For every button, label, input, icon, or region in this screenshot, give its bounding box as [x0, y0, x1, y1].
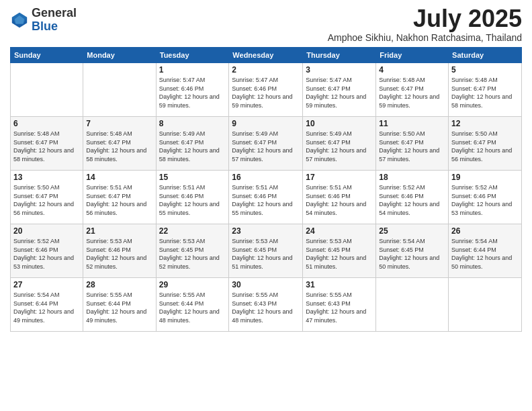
calendar-cell: 31Sunrise: 5:55 AMSunset: 6:43 PMDayligh… [303, 278, 376, 332]
week-row-5: 27Sunrise: 5:54 AMSunset: 6:44 PMDayligh… [11, 278, 522, 332]
day-number: 31 [306, 280, 373, 289]
day-number: 23 [232, 226, 300, 236]
calendar-cell: 30Sunrise: 5:55 AMSunset: 6:43 PMDayligh… [229, 278, 303, 332]
day-info: Sunrise: 5:52 AMSunset: 6:46 PMDaylight:… [451, 183, 519, 217]
day-info: Sunrise: 5:51 AMSunset: 6:46 PMDaylight:… [159, 183, 226, 217]
weekday-header-saturday: Saturday [449, 48, 522, 63]
day-number: 2 [232, 65, 300, 75]
weekday-header-wednesday: Wednesday [229, 48, 303, 63]
day-number: 19 [451, 173, 519, 182]
day-info: Sunrise: 5:55 AMSunset: 6:43 PMDaylight:… [306, 291, 373, 324]
calendar-cell: 11Sunrise: 5:50 AMSunset: 6:47 PMDayligh… [376, 117, 449, 171]
title-block: July 2025 Amphoe Sikhiu, Nakhon Ratchasi… [328, 7, 522, 43]
day-number: 30 [232, 280, 300, 289]
header: General Blue July 2025 Amphoe Sikhiu, Na… [10, 7, 522, 43]
calendar-cell: 5Sunrise: 5:48 AMSunset: 6:47 PMDaylight… [449, 63, 522, 117]
calendar-cell: 12Sunrise: 5:50 AMSunset: 6:47 PMDayligh… [449, 117, 522, 171]
calendar-cell: 19Sunrise: 5:52 AMSunset: 6:46 PMDayligh… [449, 171, 522, 224]
calendar-cell: 16Sunrise: 5:51 AMSunset: 6:46 PMDayligh… [229, 171, 303, 224]
calendar-cell: 22Sunrise: 5:53 AMSunset: 6:45 PMDayligh… [156, 224, 229, 278]
month-title: July 2025 [328, 7, 522, 31]
calendar-cell: 6Sunrise: 5:48 AMSunset: 6:47 PMDaylight… [11, 117, 83, 171]
day-info: Sunrise: 5:53 AMSunset: 6:45 PMDaylight:… [159, 237, 226, 271]
day-number: 16 [232, 173, 300, 182]
day-number: 6 [13, 119, 80, 128]
day-info: Sunrise: 5:55 AMSunset: 6:44 PMDaylight:… [159, 291, 226, 324]
calendar-cell: 13Sunrise: 5:50 AMSunset: 6:47 PMDayligh… [11, 171, 83, 224]
weekday-header-monday: Monday [83, 48, 156, 63]
day-number: 28 [86, 280, 152, 289]
week-row-2: 6Sunrise: 5:48 AMSunset: 6:47 PMDaylight… [11, 117, 522, 171]
calendar-cell: 15Sunrise: 5:51 AMSunset: 6:46 PMDayligh… [156, 171, 229, 224]
location-subtitle: Amphoe Sikhiu, Nakhon Ratchasima, Thaila… [328, 32, 522, 43]
day-number: 20 [13, 226, 80, 236]
weekday-header-thursday: Thursday [303, 48, 376, 63]
day-number: 10 [306, 119, 373, 128]
day-number: 8 [159, 119, 226, 128]
day-info: Sunrise: 5:54 AMSunset: 6:44 PMDaylight:… [451, 237, 519, 271]
calendar-cell: 28Sunrise: 5:55 AMSunset: 6:44 PMDayligh… [83, 278, 156, 332]
calendar-cell: 17Sunrise: 5:51 AMSunset: 6:46 PMDayligh… [303, 171, 376, 224]
calendar-cell: 7Sunrise: 5:48 AMSunset: 6:47 PMDaylight… [83, 117, 156, 171]
weekday-header-tuesday: Tuesday [156, 48, 229, 63]
day-number: 1 [159, 65, 226, 75]
week-row-3: 13Sunrise: 5:50 AMSunset: 6:47 PMDayligh… [11, 171, 522, 224]
day-number: 18 [379, 173, 445, 182]
logo-text: General Blue [32, 7, 77, 34]
calendar: SundayMondayTuesdayWednesdayThursdayFrid… [10, 47, 522, 332]
day-number: 7 [86, 119, 152, 128]
day-number: 22 [159, 226, 226, 236]
day-number: 29 [159, 280, 226, 289]
calendar-cell: 9Sunrise: 5:49 AMSunset: 6:47 PMDaylight… [229, 117, 303, 171]
day-number: 9 [232, 119, 300, 128]
weekday-header-friday: Friday [376, 48, 449, 63]
day-number: 26 [451, 226, 519, 236]
day-info: Sunrise: 5:49 AMSunset: 6:47 PMDaylight:… [232, 130, 300, 163]
day-number: 5 [451, 65, 519, 75]
calendar-cell: 2Sunrise: 5:47 AMSunset: 6:46 PMDaylight… [229, 63, 303, 117]
page: General Blue July 2025 Amphoe Sikhiu, Na… [0, 0, 532, 411]
day-number: 17 [306, 173, 373, 182]
day-number: 12 [451, 119, 519, 128]
day-info: Sunrise: 5:50 AMSunset: 6:47 PMDaylight:… [13, 183, 80, 217]
calendar-cell [11, 63, 83, 117]
calendar-cell: 25Sunrise: 5:54 AMSunset: 6:45 PMDayligh… [376, 224, 449, 278]
day-number: 27 [13, 280, 80, 289]
calendar-cell: 21Sunrise: 5:53 AMSunset: 6:46 PMDayligh… [83, 224, 156, 278]
weekday-header-row: SundayMondayTuesdayWednesdayThursdayFrid… [11, 48, 522, 63]
calendar-cell [83, 63, 156, 117]
day-info: Sunrise: 5:51 AMSunset: 6:47 PMDaylight:… [86, 183, 152, 217]
calendar-cell: 18Sunrise: 5:52 AMSunset: 6:46 PMDayligh… [376, 171, 449, 224]
calendar-cell: 14Sunrise: 5:51 AMSunset: 6:47 PMDayligh… [83, 171, 156, 224]
day-info: Sunrise: 5:48 AMSunset: 6:47 PMDaylight:… [451, 76, 519, 109]
calendar-cell: 26Sunrise: 5:54 AMSunset: 6:44 PMDayligh… [449, 224, 522, 278]
calendar-cell: 29Sunrise: 5:55 AMSunset: 6:44 PMDayligh… [156, 278, 229, 332]
week-row-4: 20Sunrise: 5:52 AMSunset: 6:46 PMDayligh… [11, 224, 522, 278]
day-number: 3 [306, 65, 373, 75]
calendar-cell: 27Sunrise: 5:54 AMSunset: 6:44 PMDayligh… [11, 278, 83, 332]
day-info: Sunrise: 5:53 AMSunset: 6:45 PMDaylight:… [306, 237, 373, 271]
weekday-header-sunday: Sunday [11, 48, 83, 63]
day-number: 13 [13, 173, 80, 182]
day-info: Sunrise: 5:49 AMSunset: 6:47 PMDaylight:… [306, 130, 373, 163]
day-info: Sunrise: 5:51 AMSunset: 6:46 PMDaylight:… [306, 183, 373, 217]
day-info: Sunrise: 5:49 AMSunset: 6:47 PMDaylight:… [159, 130, 226, 163]
day-info: Sunrise: 5:55 AMSunset: 6:43 PMDaylight:… [232, 291, 300, 324]
calendar-cell [449, 278, 522, 332]
day-number: 14 [86, 173, 152, 182]
day-info: Sunrise: 5:47 AMSunset: 6:46 PMDaylight:… [159, 76, 226, 109]
day-info: Sunrise: 5:54 AMSunset: 6:44 PMDaylight:… [13, 291, 80, 324]
day-info: Sunrise: 5:47 AMSunset: 6:46 PMDaylight:… [232, 76, 300, 109]
day-number: 11 [379, 119, 445, 128]
day-number: 24 [306, 226, 373, 236]
logo: General Blue [10, 7, 77, 34]
day-info: Sunrise: 5:48 AMSunset: 6:47 PMDaylight:… [379, 76, 445, 109]
day-info: Sunrise: 5:55 AMSunset: 6:44 PMDaylight:… [86, 291, 152, 324]
day-info: Sunrise: 5:52 AMSunset: 6:46 PMDaylight:… [13, 237, 80, 271]
day-info: Sunrise: 5:50 AMSunset: 6:47 PMDaylight:… [451, 130, 519, 163]
day-info: Sunrise: 5:53 AMSunset: 6:45 PMDaylight:… [232, 237, 300, 271]
calendar-cell: 4Sunrise: 5:48 AMSunset: 6:47 PMDaylight… [376, 63, 449, 117]
calendar-cell: 1Sunrise: 5:47 AMSunset: 6:46 PMDaylight… [156, 63, 229, 117]
logo-icon [10, 11, 29, 30]
day-number: 15 [159, 173, 226, 182]
